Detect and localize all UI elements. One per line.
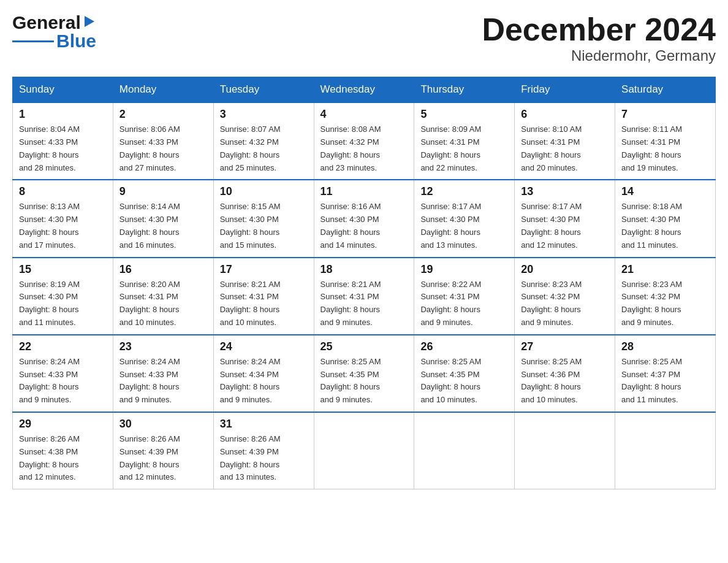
calendar-header-row: SundayMondayTuesdayWednesdayThursdayFrid…	[13, 77, 716, 103]
calendar-cell: 29 Sunrise: 8:26 AM Sunset: 4:38 PM Dayl…	[13, 412, 113, 489]
day-number: 18	[320, 263, 408, 276]
day-number: 27	[521, 340, 609, 353]
calendar-week-5: 29 Sunrise: 8:26 AM Sunset: 4:38 PM Dayl…	[13, 412, 716, 489]
logo-underline	[12, 40, 54, 42]
calendar-cell: 16 Sunrise: 8:20 AM Sunset: 4:31 PM Dayl…	[113, 258, 213, 335]
calendar-cell: 7 Sunrise: 8:11 AM Sunset: 4:31 PM Dayli…	[615, 102, 716, 180]
calendar-cell: 20 Sunrise: 8:23 AM Sunset: 4:32 PM Dayl…	[515, 258, 615, 335]
calendar-cell: 18 Sunrise: 8:21 AM Sunset: 4:31 PM Dayl…	[314, 258, 414, 335]
day-number: 29	[19, 418, 107, 431]
sun-info: Sunrise: 8:15 AM Sunset: 4:30 PM Dayligh…	[220, 202, 281, 249]
sun-info: Sunrise: 8:17 AM Sunset: 4:30 PM Dayligh…	[420, 202, 481, 249]
calendar-cell: 6 Sunrise: 8:10 AM Sunset: 4:31 PM Dayli…	[515, 102, 615, 180]
sun-info: Sunrise: 8:17 AM Sunset: 4:30 PM Dayligh…	[521, 202, 582, 249]
sun-info: Sunrise: 8:08 AM Sunset: 4:32 PM Dayligh…	[320, 124, 381, 172]
day-number: 10	[220, 185, 308, 198]
sun-info: Sunrise: 8:11 AM Sunset: 4:31 PM Dayligh…	[621, 124, 682, 172]
sun-info: Sunrise: 8:21 AM Sunset: 4:31 PM Dayligh…	[320, 280, 381, 327]
sun-info: Sunrise: 8:26 AM Sunset: 4:39 PM Dayligh…	[220, 434, 281, 481]
svg-marker-0	[85, 16, 94, 27]
calendar-cell: 8 Sunrise: 8:13 AM Sunset: 4:30 PM Dayli…	[13, 180, 113, 257]
day-number: 24	[220, 340, 308, 353]
day-number: 19	[420, 263, 508, 276]
calendar-cell: 31 Sunrise: 8:26 AM Sunset: 4:39 PM Dayl…	[213, 412, 314, 489]
day-number: 28	[621, 340, 709, 353]
day-number: 15	[19, 263, 107, 276]
sun-info: Sunrise: 8:25 AM Sunset: 4:37 PM Dayligh…	[621, 357, 682, 404]
calendar-cell	[615, 412, 716, 489]
day-number: 9	[119, 185, 207, 198]
page-subtitle: Niedermohr, Germany	[482, 47, 716, 64]
day-number: 4	[320, 108, 408, 121]
sun-info: Sunrise: 8:13 AM Sunset: 4:30 PM Dayligh…	[19, 202, 80, 249]
sun-info: Sunrise: 8:19 AM Sunset: 4:30 PM Dayligh…	[19, 280, 80, 327]
page-header: General Blue December 2024 Niedermohr, G…	[12, 12, 716, 64]
day-number: 20	[521, 263, 609, 276]
day-number: 16	[119, 263, 207, 276]
calendar-dow-saturday: Saturday	[615, 77, 716, 103]
day-number: 2	[119, 108, 207, 121]
sun-info: Sunrise: 8:09 AM Sunset: 4:31 PM Dayligh…	[420, 124, 481, 172]
sun-info: Sunrise: 8:24 AM Sunset: 4:33 PM Dayligh…	[119, 357, 180, 404]
sun-info: Sunrise: 8:14 AM Sunset: 4:30 PM Dayligh…	[119, 202, 180, 249]
logo-blue-text: Blue	[56, 31, 96, 52]
calendar-dow-friday: Friday	[515, 77, 615, 103]
calendar-cell: 25 Sunrise: 8:25 AM Sunset: 4:35 PM Dayl…	[314, 335, 414, 412]
day-number: 7	[621, 108, 709, 121]
day-number: 11	[320, 185, 408, 198]
day-number: 21	[621, 263, 709, 276]
day-number: 23	[119, 340, 207, 353]
calendar-dow-tuesday: Tuesday	[213, 77, 314, 103]
sun-info: Sunrise: 8:22 AM Sunset: 4:31 PM Dayligh…	[420, 280, 481, 327]
calendar-cell: 1 Sunrise: 8:04 AM Sunset: 4:33 PM Dayli…	[13, 102, 113, 180]
day-number: 5	[420, 108, 508, 121]
calendar-week-2: 8 Sunrise: 8:13 AM Sunset: 4:30 PM Dayli…	[13, 180, 716, 257]
day-number: 30	[119, 418, 207, 431]
calendar-cell: 13 Sunrise: 8:17 AM Sunset: 4:30 PM Dayl…	[515, 180, 615, 257]
calendar-cell: 10 Sunrise: 8:15 AM Sunset: 4:30 PM Dayl…	[213, 180, 314, 257]
calendar-cell: 17 Sunrise: 8:21 AM Sunset: 4:31 PM Dayl…	[213, 258, 314, 335]
calendar-cell: 9 Sunrise: 8:14 AM Sunset: 4:30 PM Dayli…	[113, 180, 213, 257]
day-number: 12	[420, 185, 508, 198]
sun-info: Sunrise: 8:24 AM Sunset: 4:34 PM Dayligh…	[220, 357, 281, 404]
sun-info: Sunrise: 8:10 AM Sunset: 4:31 PM Dayligh…	[521, 124, 582, 172]
day-number: 26	[420, 340, 508, 353]
calendar-cell: 30 Sunrise: 8:26 AM Sunset: 4:39 PM Dayl…	[113, 412, 213, 489]
logo-triangle-icon	[82, 15, 96, 28]
day-number: 22	[19, 340, 107, 353]
calendar-cell: 11 Sunrise: 8:16 AM Sunset: 4:30 PM Dayl…	[314, 180, 414, 257]
calendar-cell: 14 Sunrise: 8:18 AM Sunset: 4:30 PM Dayl…	[615, 180, 716, 257]
sun-info: Sunrise: 8:21 AM Sunset: 4:31 PM Dayligh…	[220, 280, 281, 327]
sun-info: Sunrise: 8:23 AM Sunset: 4:32 PM Dayligh…	[521, 280, 582, 327]
calendar-week-4: 22 Sunrise: 8:24 AM Sunset: 4:33 PM Dayl…	[13, 335, 716, 412]
calendar-cell: 12 Sunrise: 8:17 AM Sunset: 4:30 PM Dayl…	[414, 180, 515, 257]
calendar-dow-sunday: Sunday	[13, 77, 113, 103]
calendar-week-3: 15 Sunrise: 8:19 AM Sunset: 4:30 PM Dayl…	[13, 258, 716, 335]
day-number: 3	[220, 108, 308, 121]
calendar-cell: 5 Sunrise: 8:09 AM Sunset: 4:31 PM Dayli…	[414, 102, 515, 180]
day-number: 25	[320, 340, 408, 353]
sun-info: Sunrise: 8:06 AM Sunset: 4:33 PM Dayligh…	[119, 124, 180, 172]
sun-info: Sunrise: 8:26 AM Sunset: 4:38 PM Dayligh…	[19, 434, 80, 481]
calendar-cell: 4 Sunrise: 8:08 AM Sunset: 4:32 PM Dayli…	[314, 102, 414, 180]
calendar-dow-thursday: Thursday	[414, 77, 515, 103]
sun-info: Sunrise: 8:23 AM Sunset: 4:32 PM Dayligh…	[621, 280, 682, 327]
calendar-cell: 2 Sunrise: 8:06 AM Sunset: 4:33 PM Dayli…	[113, 102, 213, 180]
sun-info: Sunrise: 8:25 AM Sunset: 4:35 PM Dayligh…	[420, 357, 481, 404]
sun-info: Sunrise: 8:04 AM Sunset: 4:33 PM Dayligh…	[19, 124, 80, 172]
calendar-cell	[314, 412, 414, 489]
day-number: 13	[521, 185, 609, 198]
calendar-cell: 26 Sunrise: 8:25 AM Sunset: 4:35 PM Dayl…	[414, 335, 515, 412]
sun-info: Sunrise: 8:26 AM Sunset: 4:39 PM Dayligh…	[119, 434, 180, 481]
day-number: 17	[220, 263, 308, 276]
day-number: 31	[220, 418, 308, 431]
calendar-dow-wednesday: Wednesday	[314, 77, 414, 103]
sun-info: Sunrise: 8:24 AM Sunset: 4:33 PM Dayligh…	[19, 357, 80, 404]
sun-info: Sunrise: 8:18 AM Sunset: 4:30 PM Dayligh…	[621, 202, 682, 249]
sun-info: Sunrise: 8:16 AM Sunset: 4:30 PM Dayligh…	[320, 202, 381, 249]
day-number: 1	[19, 108, 107, 121]
logo: General Blue	[12, 12, 96, 52]
day-number: 6	[521, 108, 609, 121]
calendar-cell	[515, 412, 615, 489]
calendar-cell: 22 Sunrise: 8:24 AM Sunset: 4:33 PM Dayl…	[13, 335, 113, 412]
